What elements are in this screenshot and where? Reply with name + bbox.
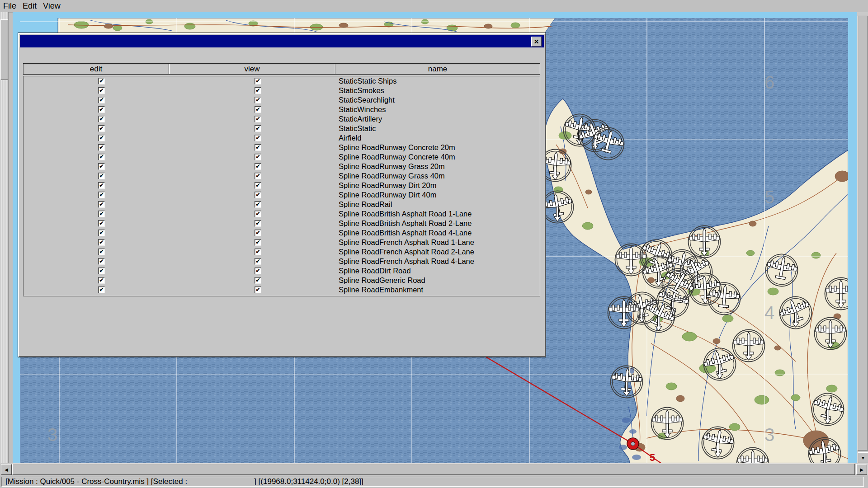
column-header-view[interactable]: view [169,63,335,75]
view-checkbox[interactable]: ✔ [255,163,261,170]
edit-checkbox[interactable]: ✔ [98,249,105,255]
left-scrollbar[interactable] [0,12,9,463]
view-checkbox[interactable]: ✔ [255,258,261,265]
status-bar: [Mission : Quick/005 - Cross-Country.mis… [0,475,868,488]
edit-checkbox[interactable]: ✔ [98,182,105,189]
edit-checkbox[interactable]: ✔ [98,97,105,103]
horizontal-scrollbar[interactable]: ◀ ▶ [0,463,868,475]
grid-number: 4 [764,303,774,323]
check-mark-icon: ✔ [99,192,104,197]
arrow-right-icon: ▶ [860,467,863,472]
waypoint-number-label: 5 [650,452,655,463]
view-checkbox[interactable]: ✔ [255,78,261,84]
edit-checkbox[interactable]: ✔ [98,173,105,179]
view-checkbox[interactable]: ✔ [255,87,261,94]
check-mark-icon: ✔ [255,117,260,122]
check-mark-icon: ✔ [99,136,104,141]
edit-checkbox[interactable]: ✔ [98,211,105,217]
edit-checkbox[interactable]: ✔ [98,125,105,132]
view-checkbox[interactable]: ✔ [255,220,261,227]
view-checkbox[interactable]: ✔ [255,182,261,189]
check-mark-icon: ✔ [99,268,104,273]
object-name-label: Spline RoadDirt Road [339,267,411,275]
edit-checkbox[interactable]: ✔ [98,154,105,160]
view-checkbox[interactable]: ✔ [255,125,261,132]
edit-checkbox[interactable]: ✔ [98,144,105,151]
table-row: ✔✔StaticWinches [24,105,540,114]
view-checkbox[interactable]: ✔ [255,277,261,284]
view-checkbox[interactable]: ✔ [255,192,261,198]
close-button[interactable]: ✕ [531,37,542,47]
left-scrollbar-thumb[interactable] [0,19,8,80]
object-name-label: Spline RoadRail [339,200,392,209]
check-mark-icon: ✔ [255,192,260,197]
table-row: ✔✔StaticSmokes [24,86,540,95]
edit-checkbox[interactable]: ✔ [98,201,105,208]
edit-checkbox[interactable]: ✔ [98,277,105,284]
object-name-label: Spline RoadRunway Concrete 20m [339,143,455,152]
view-checkbox[interactable]: ✔ [255,286,261,293]
horizontal-scrollbar-thumb[interactable] [12,464,855,475]
edit-checkbox[interactable]: ✔ [98,135,105,141]
arrow-left-icon: ◀ [5,467,8,472]
check-mark-icon: ✔ [255,249,260,254]
scroll-left-button[interactable]: ◀ [1,464,12,475]
view-checkbox[interactable]: ✔ [255,230,261,236]
edit-checkbox[interactable]: ✔ [98,116,105,122]
check-mark-icon: ✔ [255,211,260,216]
north-land-strip [58,18,555,33]
edit-checkbox[interactable]: ✔ [98,78,105,84]
table-row: ✔✔Spline RoadRunway Dirt 40m [24,190,540,200]
object-name-label: Spline RoadBritish Asphalt Road 1-Lane [339,210,472,218]
view-checkbox[interactable]: ✔ [255,135,261,141]
object-name-label: StaticSearchlight [339,96,395,104]
column-header-edit[interactable]: edit [23,63,169,75]
right-scrollbar-thumb[interactable] [858,16,868,450]
view-checkbox[interactable]: ✔ [255,211,261,217]
check-mark-icon: ✔ [255,155,260,160]
check-mark-icon: ✔ [99,230,104,235]
right-scrollbar[interactable]: ▼ [857,12,868,463]
edit-checkbox[interactable]: ✔ [98,87,105,94]
object-name-label: StaticStatic Ships [339,77,396,85]
view-checkbox[interactable]: ✔ [255,144,261,151]
menu-file[interactable]: File [0,1,19,11]
edit-checkbox[interactable]: ✔ [98,239,105,246]
table-body: ✔✔StaticStatic Ships✔✔StaticSmokes✔✔Stat… [23,76,540,296]
view-checkbox[interactable]: ✔ [255,106,261,113]
edit-checkbox[interactable]: ✔ [98,230,105,236]
object-name-label: Spline RoadEmbankment [339,286,423,294]
table-row: ✔✔StaticStatic [24,124,540,133]
object-name-label: StaticArtillery [339,115,382,123]
check-mark-icon: ✔ [99,98,104,103]
view-checkbox[interactable]: ✔ [255,249,261,255]
scroll-right-button[interactable]: ▶ [856,464,867,475]
view-checkbox[interactable]: ✔ [255,173,261,179]
menu-edit[interactable]: Edit [19,1,40,11]
column-header-name[interactable]: name [335,63,540,75]
edit-checkbox[interactable]: ✔ [98,220,105,227]
dialog-titlebar[interactable]: ✕ [20,35,544,47]
edit-checkbox[interactable]: ✔ [98,286,105,293]
object-name-label: Spline RoadRunway Grass 20m [339,162,445,171]
waypoint-marker[interactable] [627,438,639,450]
table-row: ✔✔Spline RoadEmbankment [24,285,540,295]
edit-checkbox[interactable]: ✔ [98,258,105,265]
scroll-down-button[interactable]: ▼ [858,452,868,463]
view-checkbox[interactable]: ✔ [255,201,261,208]
edit-checkbox[interactable]: ✔ [98,106,105,113]
edit-checkbox[interactable]: ✔ [98,192,105,198]
check-mark-icon: ✔ [255,183,260,188]
check-mark-icon: ✔ [255,268,260,273]
view-checkbox[interactable]: ✔ [255,116,261,122]
menu-view[interactable]: View [40,1,64,11]
check-mark-icon: ✔ [99,221,104,226]
view-checkbox[interactable]: ✔ [255,239,261,246]
edit-checkbox[interactable]: ✔ [98,267,105,274]
view-checkbox[interactable]: ✔ [255,154,261,160]
check-mark-icon: ✔ [99,107,104,112]
edit-checkbox[interactable]: ✔ [98,163,105,170]
view-checkbox[interactable]: ✔ [255,97,261,103]
view-checkbox[interactable]: ✔ [255,267,261,274]
check-mark-icon: ✔ [255,278,260,283]
